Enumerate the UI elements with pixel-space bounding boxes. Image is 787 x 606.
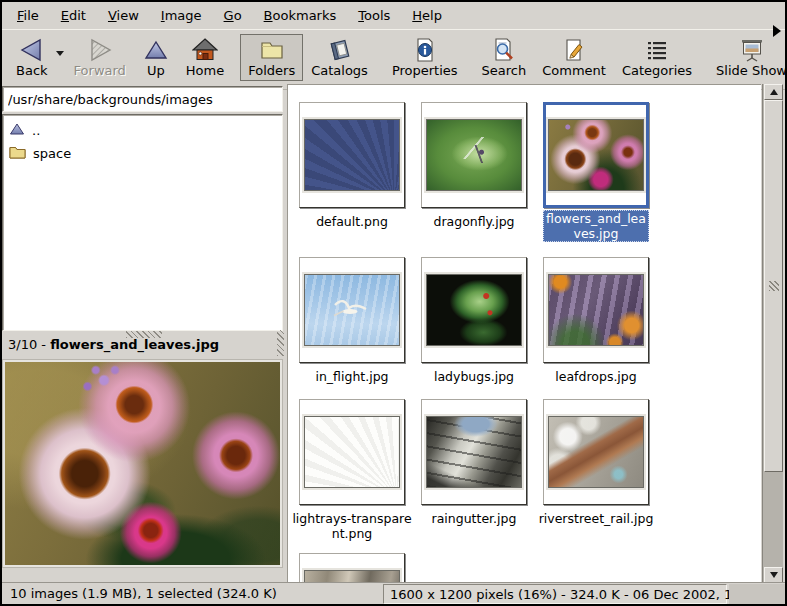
thumbnail-riverstreet-rail[interactable] [543,399,649,505]
preview-image [5,362,280,565]
folder-item-parent[interactable]: .. [5,119,280,142]
menu-bookmarks[interactable]: Bookmarks [253,4,348,27]
thumbnail-leafdrops[interactable] [543,257,649,363]
gthumb-window: File Edit View Image Go Bookmarks Tools … [0,0,787,606]
up-button[interactable]: Up [134,34,178,81]
location-input[interactable] [2,86,283,112]
folder-icon [9,145,26,162]
scrollbar-up-button[interactable] [764,84,783,100]
folders-icon [258,37,286,63]
pane-resize-handle-vertical[interactable] [277,330,284,356]
properties-label: Properties [392,63,458,79]
scrollbar-down-button[interactable] [764,567,783,583]
up-icon [142,37,170,63]
thumbnail-image [426,416,522,488]
search-icon [490,37,518,63]
menu-help[interactable]: Help [401,4,453,27]
folder-list: .. space [2,114,283,331]
thumbnail-raingutter[interactable] [421,399,527,505]
thumbnail-label[interactable]: default.png [292,214,412,229]
back-label: Back [16,63,48,79]
forward-button[interactable]: Forward [66,34,134,81]
thumbnail-image [548,416,644,488]
categories-icon [643,37,671,63]
grid-scrollbar[interactable] [762,84,783,583]
slideshow-icon [738,37,766,63]
statusbar-endcap [729,584,785,604]
thumbnail-default[interactable] [299,102,405,208]
up-label: Up [147,63,165,79]
thumbnail-image [304,416,400,488]
thumbnail-image [426,274,522,346]
menu-tools[interactable]: Tools [347,4,401,27]
slideshow-button[interactable]: Slide Show [708,34,787,81]
catalogs-icon [326,37,354,63]
menu-edit[interactable]: Edit [50,4,97,27]
thumbnail-lightrays[interactable] [299,399,405,505]
thumbnail-label[interactable]: ladybugs.jpg [414,369,534,384]
toolbar-overflow-arrow-icon[interactable] [773,25,781,37]
toolbar: Back Forward Up Home [2,29,785,90]
menu-go[interactable]: Go [213,4,253,27]
thumbnail-label[interactable]: riverstreet_rail.jpg [536,511,656,526]
forward-icon [86,37,114,63]
folder-item-label: space [33,146,71,161]
thumbnail-image [304,570,400,583]
scrollbar-thumb[interactable] [764,100,783,472]
search-label: Search [482,63,527,79]
search-button[interactable]: Search [474,34,535,81]
home-label: Home [186,63,224,79]
thumbnail-image [548,274,644,346]
comment-button[interactable]: Comment [534,34,614,81]
image-browser-grid: default.png dragonfly.jpg flowers_and_le… [287,84,761,583]
thumbnail-label-selected[interactable]: flowers_and_leaves.jpg [543,210,649,242]
thumbnail-label[interactable]: raingutter.jpg [414,511,534,526]
properties-button[interactable]: Properties [384,34,466,81]
thumbnail-partial[interactable] [299,553,405,583]
scrollbar-grip-icon [769,281,779,291]
folder-item-label: .. [32,123,40,138]
thumbnail-image [548,119,644,191]
folder-item-space[interactable]: space [5,142,280,165]
catalogs-button[interactable]: Catalogs [303,34,376,81]
thumbnail-image [426,119,522,191]
statusbar-image-details: 1600 x 1200 pixels (16%) - 324.0 K - 06 … [383,584,727,604]
back-button[interactable]: Back [8,34,56,81]
scroll-down-arrow-icon [770,572,778,578]
comment-icon [560,37,588,63]
thumbnail-image [304,274,400,346]
folders-button[interactable]: Folders [240,34,303,81]
thumbnail-flowers-and-leaves[interactable] [543,102,649,208]
preview-pane [2,359,283,568]
thumbnail-in-flight[interactable] [299,257,405,363]
menu-view[interactable]: View [97,4,150,27]
categories-label: Categories [622,63,692,79]
up-triangle-icon [9,122,25,139]
selection-info: 3/10 - flowers_and_leaves.jpg [8,337,272,354]
back-button-cluster: Back [8,34,66,81]
properties-icon [411,37,439,63]
thumbnail-label[interactable]: leafdrops.jpg [536,369,656,384]
back-icon [18,37,46,63]
forward-label: Forward [74,63,126,79]
menu-image[interactable]: Image [150,4,213,27]
thumbnail-ladybugs[interactable] [421,257,527,363]
thumbnail-image [304,119,400,191]
folders-label: Folders [248,63,295,79]
statusbar: 10 images (1.9 MB), 1 selected (324.0 K)… [2,583,785,604]
categories-button[interactable]: Categories [614,34,700,81]
scroll-up-arrow-icon [770,89,778,95]
thumbnail-label[interactable]: in_flight.jpg [292,369,412,384]
thumbnail-label[interactable]: dragonfly.jpg [414,214,534,229]
statusbar-summary: 10 images (1.9 MB), 1 selected (324.0 K) [2,586,277,601]
thumbnail-dragonfly[interactable] [421,102,527,208]
home-icon [191,37,219,63]
selection-filename: flowers_and_leaves.jpg [50,337,219,352]
back-history-dropdown-icon[interactable] [56,51,64,56]
menubar: File Edit View Image Go Bookmarks Tools … [2,2,785,29]
slideshow-label: Slide Show [716,63,787,79]
thumbnail-label[interactable]: lightrays-transparent.png [292,511,412,541]
selection-position: 3/10 - [8,337,50,352]
home-button[interactable]: Home [178,34,232,81]
menu-file[interactable]: File [6,4,50,27]
